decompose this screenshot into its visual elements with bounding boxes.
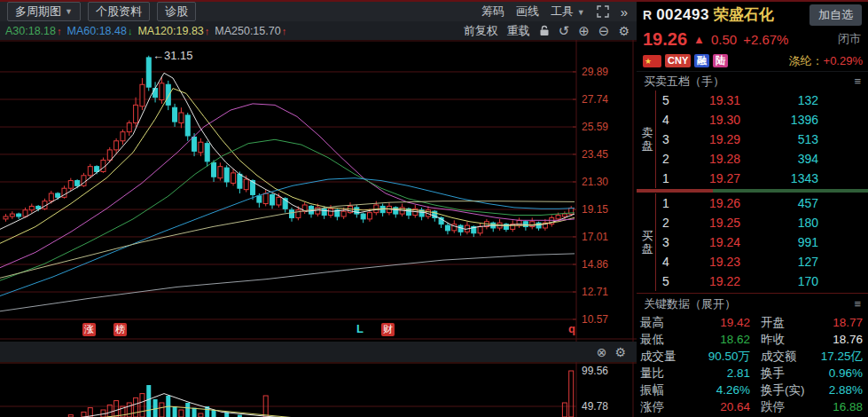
event-marker[interactable]: q bbox=[568, 322, 575, 335]
period-menu-button[interactable]: 多周期图 ▼ bbox=[7, 2, 81, 21]
buy-order-book: 买盘 119.26457219.25180319.24991419.231275… bbox=[637, 193, 868, 291]
chevron-down-icon: ▼ bbox=[577, 8, 585, 17]
zoom-in-icon[interactable]: ⊕ bbox=[578, 23, 590, 39]
connect-badge: 陆 bbox=[713, 54, 728, 67]
volume-chart[interactable]: 99.5649.78 bbox=[0, 362, 637, 417]
key-data-row: 成交量90.50万成交额17.25亿 bbox=[637, 348, 868, 365]
margin-badge: 融 bbox=[694, 54, 709, 67]
event-marker[interactable]: 财 bbox=[381, 323, 395, 336]
ma-indicator: MA120:19.83↑ bbox=[137, 25, 209, 37]
add-watchlist-button[interactable]: 加自选 bbox=[809, 4, 862, 26]
key-data-row: 涨停20.64跌停16.88 bbox=[637, 398, 868, 415]
toolbar-right-group: 筹码 画线 工具 ▼ » bbox=[481, 4, 628, 20]
quote-level-row[interactable]: 119.271343 bbox=[656, 169, 868, 188]
svg-text:21.30: 21.30 bbox=[582, 176, 608, 188]
event-marker[interactable]: 榜 bbox=[113, 323, 127, 336]
price-row: 19.26 ▲ 0.50 +2.67% 闭市 bbox=[637, 28, 868, 51]
fullscreen-icon[interactable] bbox=[597, 5, 609, 18]
sector-change: +0.29% bbox=[824, 54, 863, 67]
svg-text:10.57: 10.57 bbox=[582, 313, 608, 326]
margin-flag: R bbox=[643, 8, 652, 22]
key-data-header[interactable]: 关键数据（展开） ≡ bbox=[637, 293, 868, 314]
chart-toolbar: 多周期图 ▼ 个股资料 诊股 筹码 画线 工具 ▼ » bbox=[0, 2, 637, 22]
badge-row: ★ CNY 融 陆 涤纶：+0.29% bbox=[637, 51, 868, 71]
sell-side-label: 卖盘 bbox=[641, 126, 653, 153]
up-arrow-icon: ▲ bbox=[693, 33, 705, 46]
key-data-grid: 最高19.42开盘18.77最低18.62昨收18.76成交量90.50万成交额… bbox=[637, 314, 868, 417]
key-data-row: 最低18.62昨收18.76 bbox=[637, 331, 868, 348]
svg-text:←31.15: ←31.15 bbox=[152, 49, 193, 62]
svg-text:27.74: 27.74 bbox=[582, 93, 608, 106]
quote-level-row[interactable]: 219.28394 bbox=[656, 149, 868, 169]
stock-code: 002493 bbox=[656, 6, 709, 24]
svg-text:12.71: 12.71 bbox=[582, 286, 608, 298]
reload-button[interactable]: 重载 bbox=[507, 23, 530, 39]
key-data-row: 量比2.81换手0.96% bbox=[637, 365, 868, 382]
volume-chart-canvas: 99.5649.78 bbox=[0, 362, 637, 417]
chart-column: 多周期图 ▼ 个股资料 诊股 筹码 画线 工具 ▼ » bbox=[0, 0, 637, 417]
quote-level-row[interactable]: 519.22170 bbox=[656, 271, 868, 291]
stock-name: 荣盛石化 bbox=[714, 4, 774, 25]
lock-icon[interactable] bbox=[539, 25, 550, 36]
market-status: 闭市 bbox=[838, 31, 861, 47]
diagnose-button[interactable]: 诊股 bbox=[157, 2, 196, 21]
buy-sell-ratio-bar bbox=[637, 189, 868, 193]
cn-flag-icon: ★ bbox=[643, 55, 661, 67]
menu-icon[interactable]: ≡ bbox=[854, 297, 861, 311]
zoom-out-icon[interactable]: ⊖ bbox=[598, 23, 610, 39]
down-arrow-icon: ↓ bbox=[128, 26, 133, 36]
order-book-header: 买卖五档（手） ≡ bbox=[637, 71, 868, 90]
period-menu-label: 多周期图 bbox=[15, 4, 61, 20]
tools-menu-button[interactable]: 工具 ▼ bbox=[551, 4, 585, 20]
close-icon[interactable]: ⊗ bbox=[597, 346, 607, 358]
key-data-row: 振幅4.26%换手(实)2.88% bbox=[637, 382, 868, 398]
candlestick-chart-canvas: 29.8927.7425.5923.4521.3019.1517.0114.86… bbox=[0, 40, 637, 342]
quote-header: R 002493 荣盛石化 加自选 bbox=[637, 2, 868, 28]
chips-button[interactable]: 筹码 bbox=[481, 4, 504, 20]
stock-info-button[interactable]: 个股资料 bbox=[88, 2, 150, 21]
undo-icon[interactable]: ↺ bbox=[559, 23, 570, 39]
quote-level-row[interactable]: 419.23127 bbox=[656, 252, 868, 271]
svg-text:14.86: 14.86 bbox=[582, 258, 608, 271]
event-marker[interactable]: L bbox=[356, 322, 364, 335]
svg-text:17.01: 17.01 bbox=[582, 231, 608, 243]
sector-name: 涤纶： bbox=[789, 54, 824, 67]
menu-icon[interactable]: ≡ bbox=[854, 75, 861, 88]
up-arrow-icon: ↑ bbox=[205, 26, 210, 36]
gear-icon[interactable]: ⚙ bbox=[614, 346, 626, 358]
svg-text:29.89: 29.89 bbox=[582, 66, 608, 78]
draw-button[interactable]: 画线 bbox=[516, 4, 539, 20]
sell-order-book: 卖盘 519.31132419.301396319.29513219.28394… bbox=[637, 90, 868, 188]
price-change: 0.50 bbox=[711, 32, 737, 47]
svg-text:23.45: 23.45 bbox=[582, 148, 608, 161]
ma-indicator: A30:18.18↑ bbox=[5, 25, 62, 37]
ma-items: A30:18.18↑MA60:18.48↓MA120:19.83↑MA250:1… bbox=[0, 25, 286, 37]
gear-icon[interactable]: ⚙ bbox=[618, 24, 629, 38]
quote-level-row[interactable]: 319.24991 bbox=[656, 232, 868, 252]
event-marker[interactable]: 涨 bbox=[82, 323, 96, 336]
currency-badge: CNY bbox=[665, 54, 691, 67]
up-arrow-icon: ↑ bbox=[282, 26, 287, 36]
quote-level-row[interactable]: 419.301396 bbox=[656, 110, 868, 130]
key-data-row: 最高19.42开盘18.77 bbox=[637, 314, 868, 331]
candlestick-chart[interactable]: 29.8927.7425.5923.4521.3019.1517.0114.86… bbox=[0, 40, 637, 342]
stock-trading-app: 多周期图 ▼ 个股资料 诊股 筹码 画线 工具 ▼ » bbox=[0, 0, 868, 417]
svg-text:99.56: 99.56 bbox=[582, 365, 608, 377]
top-accent-line bbox=[0, 0, 868, 2]
quote-level-row[interactable]: 219.25180 bbox=[656, 213, 868, 232]
chevron-down-icon: ▼ bbox=[65, 7, 73, 16]
sector-quote[interactable]: 涤纶：+0.29% bbox=[789, 53, 863, 69]
quote-panel: R 002493 荣盛石化 加自选 19.26 ▲ 0.50 +2.67% 闭市… bbox=[637, 2, 868, 417]
panel-divider-bar: ⊗ ⚙ bbox=[0, 342, 637, 362]
svg-text:25.59: 25.59 bbox=[582, 121, 608, 133]
chart-event-markers: 涨榜L财q bbox=[0, 322, 576, 340]
quote-level-row[interactable]: 319.29513 bbox=[656, 130, 868, 149]
svg-text:19.15: 19.15 bbox=[582, 203, 608, 216]
quote-level-row[interactable]: 119.26457 bbox=[656, 193, 868, 213]
ma-indicator-row: A30:18.18↑MA60:18.48↓MA120:19.83↑MA250:1… bbox=[0, 21, 637, 40]
up-arrow-icon: ↑ bbox=[57, 26, 62, 36]
adjust-mode-button[interactable]: 前复权 bbox=[464, 23, 498, 39]
double-chevron-right-icon[interactable]: » bbox=[621, 4, 628, 20]
quote-level-row[interactable]: 519.31132 bbox=[656, 90, 868, 110]
ma-indicator: MA60:18.48↓ bbox=[67, 25, 133, 37]
